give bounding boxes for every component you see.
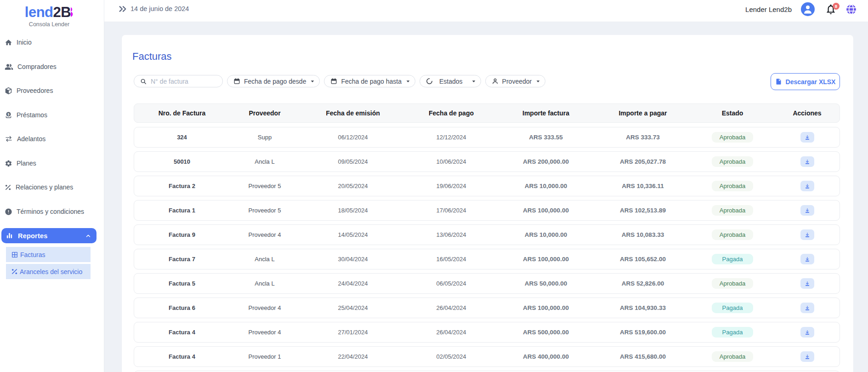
- svg-text:$: $: [8, 112, 10, 116]
